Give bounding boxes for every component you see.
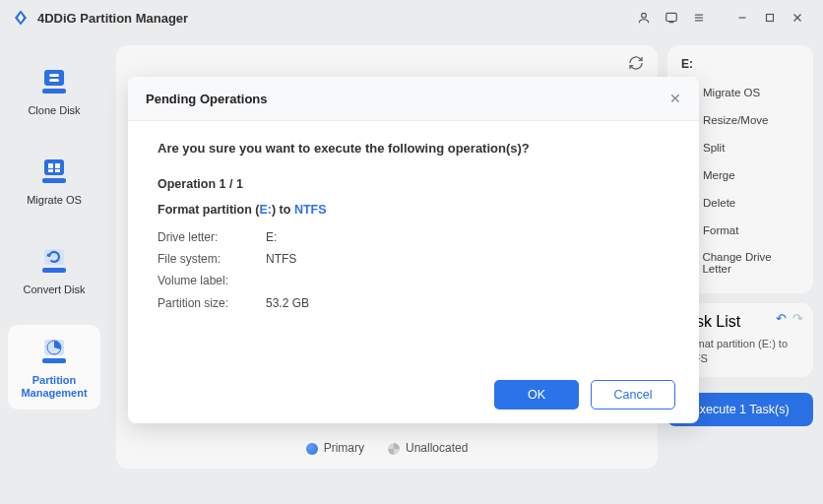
row-volume-label: Volume label: (158, 270, 669, 291)
cancel-button[interactable]: Cancel (591, 380, 675, 410)
row-file-system: File system:NTFS (158, 248, 669, 270)
operation-title: Format partition (E:) to NTFS (158, 203, 669, 217)
pending-operations-dialog: Pending Operations ✕ Are you sure you wa… (128, 77, 699, 423)
operation-counter: Operation 1 / 1 (158, 177, 669, 191)
close-icon[interactable]: ✕ (669, 91, 681, 106)
dialog-body: Are you sure you want to execute the fol… (128, 121, 699, 366)
dialog-footer: OK Cancel (128, 366, 699, 423)
confirm-text: Are you sure you want to execute the fol… (158, 141, 669, 156)
dialog-header: Pending Operations ✕ (128, 77, 699, 121)
row-drive-letter: Drive letter:E: (158, 226, 669, 248)
dialog-title: Pending Operations (146, 92, 669, 106)
row-partition-size: Partition size:53.2 GB (158, 292, 669, 314)
ok-button[interactable]: OK (494, 380, 579, 410)
